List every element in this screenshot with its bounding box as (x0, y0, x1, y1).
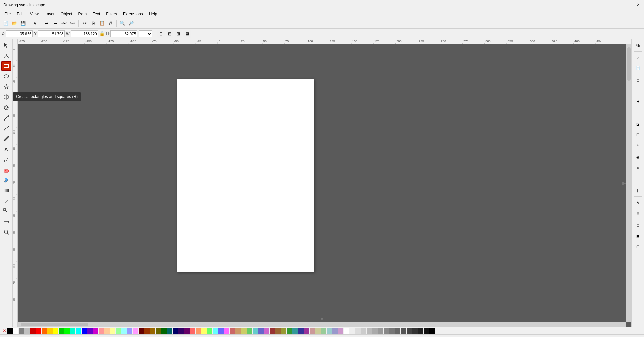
snap-page-button[interactable]: ▢ (633, 241, 643, 251)
selector-tool[interactable] (1, 40, 11, 50)
color-swatch-8[interactable] (53, 328, 58, 334)
canvas-expand-bottom[interactable]: ▼ (320, 316, 324, 322)
color-swatch-7[interactable] (47, 328, 53, 334)
color-swatch-23[interactable] (139, 328, 144, 334)
undo-history-button[interactable]: ↩↩ (60, 19, 68, 27)
color-swatch-10[interactable] (64, 328, 70, 334)
color-swatch-26[interactable] (156, 328, 161, 334)
snap-btn1[interactable]: ⊡ (157, 30, 165, 38)
calligraphy-tool[interactable] (1, 134, 11, 144)
new-button[interactable]: 📄 (2, 19, 10, 27)
snap-btn2[interactable]: ⊟ (166, 30, 173, 38)
color-swatch-16[interactable] (99, 328, 104, 334)
color-swatch-34[interactable] (201, 328, 207, 334)
color-swatch-48[interactable] (281, 328, 286, 334)
maximize-button[interactable]: □ (628, 2, 634, 8)
color-swatch-30[interactable] (178, 328, 184, 334)
horizontal-scrollbar[interactable] (18, 322, 626, 327)
dropper-tool[interactable] (1, 196, 11, 206)
color-swatch-41[interactable] (241, 328, 247, 334)
color-swatch-33[interactable] (196, 328, 201, 334)
color-swatch-20[interactable] (121, 328, 127, 334)
color-swatch-6[interactable] (42, 328, 47, 334)
color-swatch-74[interactable] (429, 328, 435, 334)
zoom-fit-button[interactable]: ⤢ (633, 53, 643, 63)
menu-item-layer[interactable]: Layer (42, 11, 57, 17)
menu-item-extensions[interactable]: Extensions (120, 11, 146, 17)
pencil-tool[interactable] (1, 113, 11, 123)
canvas-expand-right[interactable]: ▶ (622, 180, 626, 186)
color-swatch-22[interactable] (133, 328, 138, 334)
snap-object-button[interactable]: ⊡ (633, 220, 643, 230)
color-swatch-31[interactable] (184, 328, 190, 334)
snap-pixel-button[interactable]: ⊞ (633, 208, 643, 218)
color-swatch-29[interactable] (173, 328, 178, 334)
color-swatch-61[interactable] (355, 328, 361, 334)
color-swatch-46[interactable] (270, 328, 275, 334)
color-swatch-43[interactable] (253, 328, 258, 334)
color-swatch-24[interactable] (144, 328, 150, 334)
color-swatch-42[interactable] (247, 328, 252, 334)
color-swatch-64[interactable] (372, 328, 378, 334)
lock-icon[interactable]: 🔒 (99, 31, 105, 36)
color-swatch-39[interactable] (230, 328, 235, 334)
color-swatch-14[interactable] (87, 328, 93, 334)
x-input[interactable] (6, 30, 33, 37)
color-swatch-72[interactable] (418, 328, 423, 334)
snap-perp-button[interactable]: ⊥ (633, 175, 643, 185)
unit-select[interactable]: mm px pt cm in (139, 30, 152, 37)
snap-parallel-button[interactable]: ∥ (633, 185, 643, 195)
color-swatch-68[interactable] (395, 328, 400, 334)
color-swatch-58[interactable] (338, 328, 343, 334)
color-swatch-59[interactable] (344, 328, 349, 334)
spray-tool[interactable] (1, 154, 11, 164)
save-button[interactable]: 💾 (19, 19, 27, 27)
color-swatch-25[interactable] (150, 328, 155, 334)
color-swatch-71[interactable] (412, 328, 418, 334)
color-swatch-32[interactable] (190, 328, 195, 334)
h-input[interactable] (110, 30, 137, 37)
zoom-page-button[interactable]: 📄 (633, 63, 643, 73)
color-swatch-69[interactable] (401, 328, 406, 334)
color-swatch-52[interactable] (304, 328, 309, 334)
color-swatch-5[interactable] (36, 328, 41, 334)
snap-global-button[interactable]: % (633, 40, 643, 50)
3dbox-tool[interactable] (1, 92, 11, 102)
color-swatch-65[interactable] (378, 328, 383, 334)
star-tool[interactable] (1, 82, 11, 92)
gradient-tool[interactable] (1, 186, 11, 196)
menu-item-edit[interactable]: Edit (14, 11, 26, 17)
color-swatch-11[interactable] (70, 328, 75, 334)
color-swatch-44[interactable] (258, 328, 264, 334)
open-button[interactable]: 📂 (10, 19, 18, 27)
snap-bbox2-button[interactable]: ▣ (633, 231, 643, 241)
color-swatch-28[interactable] (167, 328, 172, 334)
paste-in-place-button[interactable]: ⎙ (107, 19, 115, 27)
measure-tool[interactable] (1, 217, 11, 227)
snap-nodes-button[interactable]: ⊞ (633, 86, 643, 96)
snap-grid-button[interactable]: ⊟ (633, 107, 643, 117)
color-swatch-67[interactable] (389, 328, 395, 334)
vertical-scrollbar[interactable] (626, 44, 631, 322)
color-swatch-19[interactable] (116, 328, 121, 334)
color-swatch-27[interactable] (161, 328, 167, 334)
color-swatch-0[interactable] (7, 328, 13, 334)
color-swatch-56[interactable] (327, 328, 332, 334)
snap-bbox-button[interactable]: ⊡ (633, 75, 643, 85)
rect-tool[interactable] (1, 61, 11, 71)
menu-item-object[interactable]: Object (58, 11, 75, 17)
eraser-tool[interactable] (1, 165, 11, 175)
snap-center-button[interactable]: ⊕ (633, 140, 643, 150)
color-swatch-40[interactable] (235, 328, 241, 334)
color-swatch-36[interactable] (213, 328, 218, 334)
color-swatch-38[interactable] (224, 328, 229, 334)
color-swatch-18[interactable] (110, 328, 115, 334)
snap-midpoint-button[interactable]: ◫ (633, 129, 643, 139)
y-input[interactable] (38, 30, 65, 37)
color-swatch-2[interactable] (19, 328, 24, 334)
snap-btn4[interactable]: ⊠ (183, 30, 191, 38)
color-swatch-9[interactable] (59, 328, 64, 334)
color-swatch-53[interactable] (310, 328, 315, 334)
snap-smooth-button[interactable]: ◉ (633, 152, 643, 162)
color-swatch-21[interactable] (127, 328, 132, 334)
